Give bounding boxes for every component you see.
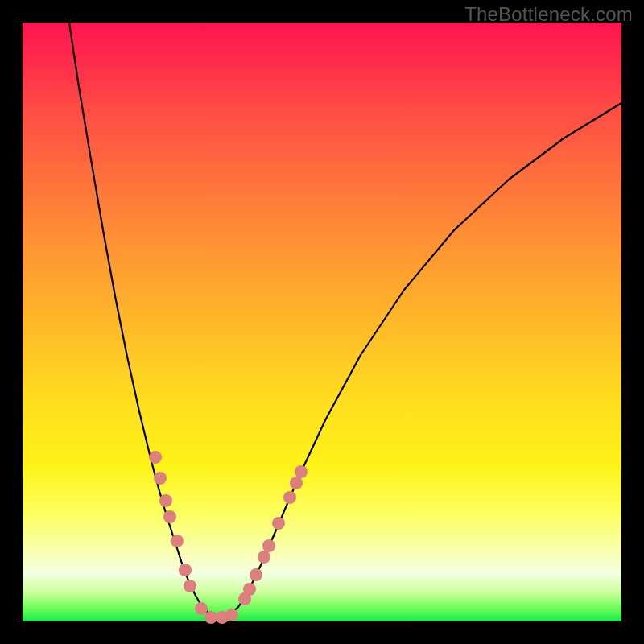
chart-frame: TheBottleneck.com bbox=[0, 0, 644, 644]
data-dot bbox=[163, 510, 176, 523]
data-dot bbox=[243, 583, 256, 596]
plot-area bbox=[23, 23, 621, 621]
data-dot bbox=[272, 517, 285, 530]
data-dot bbox=[290, 477, 303, 489]
data-dot bbox=[295, 465, 308, 478]
data-dot bbox=[225, 609, 238, 621]
data-dot bbox=[262, 539, 275, 552]
data-dot bbox=[179, 564, 192, 576]
data-dot bbox=[195, 602, 208, 615]
data-dot bbox=[283, 491, 296, 504]
data-dot bbox=[250, 568, 262, 581]
data-dot bbox=[154, 472, 167, 485]
data-dot bbox=[159, 494, 172, 507]
chart-svg bbox=[23, 23, 621, 621]
data-dot bbox=[204, 611, 217, 624]
data-dot bbox=[184, 580, 196, 592]
bottleneck-curve bbox=[69, 23, 621, 618]
data-dot bbox=[258, 551, 270, 564]
data-dot bbox=[149, 451, 162, 464]
pink-dots-group bbox=[149, 451, 308, 624]
data-dot bbox=[171, 535, 184, 547]
